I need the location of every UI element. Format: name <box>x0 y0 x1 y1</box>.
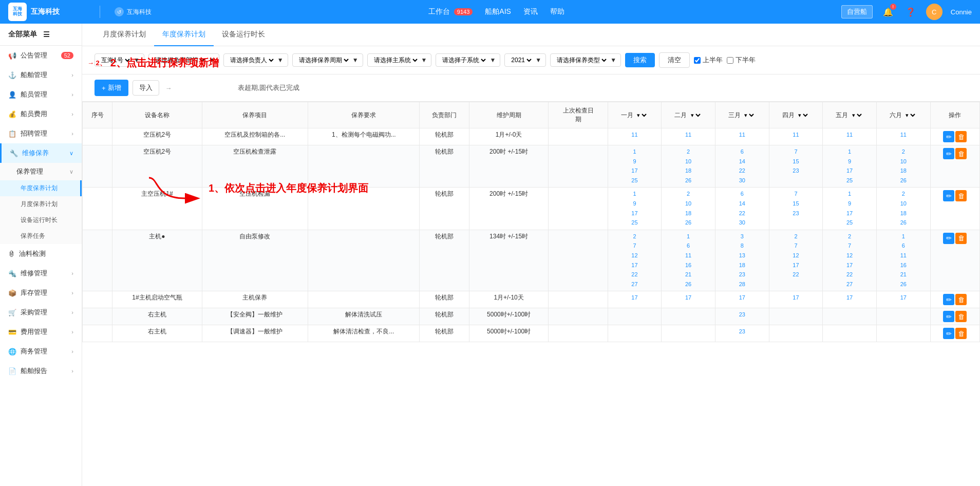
month-day-number[interactable]: 11 <box>685 130 691 140</box>
month-day-number[interactable]: 2 <box>687 147 690 157</box>
sidebar-item-crew-cost[interactable]: 💰船员费用 › <box>0 104 82 124</box>
month-day-number[interactable]: 10 <box>900 157 907 166</box>
month-day-number[interactable]: 11 <box>631 130 637 140</box>
col-jan[interactable]: 一月 ▾ <box>608 102 662 128</box>
edit-button[interactable]: ✏ <box>943 328 954 339</box>
month-day-number[interactable]: 16 <box>685 261 691 270</box>
month-day-number[interactable]: 23 <box>739 270 745 279</box>
month-day-number[interactable]: 11 <box>685 251 691 260</box>
edit-button[interactable]: ✏ <box>943 131 954 142</box>
month-day-number[interactable]: 7 <box>794 190 797 199</box>
month-day-number[interactable]: 10 <box>685 157 691 166</box>
col-jun[interactable]: 六月 ▾ <box>876 102 930 128</box>
month-day-number[interactable]: 15 <box>793 157 799 166</box>
month-day-number[interactable]: 10 <box>900 199 907 209</box>
notification-bell-icon[interactable]: 🔔 ! <box>881 5 895 19</box>
month-day-number[interactable]: 22 <box>739 209 745 218</box>
tab-annual-plan[interactable]: 年度保养计划 <box>154 24 214 46</box>
month-day-number[interactable]: 23 <box>739 327 745 337</box>
edit-button[interactable]: ✏ <box>943 148 954 159</box>
sidebar-item-cost[interactable]: 💳费用管理 › <box>0 322 82 342</box>
month-day-number[interactable]: 7 <box>794 241 797 251</box>
month-day-number[interactable]: 11 <box>793 130 799 140</box>
nav-news[interactable]: 资讯 <box>523 7 538 16</box>
month-day-number[interactable]: 18 <box>900 209 907 218</box>
sidebar-item-report[interactable]: 📄船舶报告 › <box>0 361 82 381</box>
edit-button[interactable]: ✏ <box>943 311 954 322</box>
month-day-number[interactable]: 22 <box>631 270 637 279</box>
month-day-number[interactable]: 25 <box>846 176 853 185</box>
nav-ship-ais[interactable]: 船舶AIS <box>485 7 511 16</box>
month-day-number[interactable]: 9 <box>633 199 636 209</box>
sidebar-item-oil[interactable]: 🛢油料检测 <box>0 244 82 264</box>
month-day-number[interactable]: 14 <box>739 199 745 209</box>
month-day-number[interactable]: 11 <box>739 130 745 140</box>
month-day-number[interactable]: 1 <box>848 190 851 199</box>
col-mar[interactable]: 三月 ▾ <box>715 102 769 128</box>
month-day-number[interactable]: 21 <box>900 270 907 279</box>
month-day-number[interactable]: 1 <box>848 147 851 157</box>
month-day-number[interactable]: 25 <box>631 176 637 185</box>
month-day-number[interactable]: 30 <box>739 218 745 228</box>
self-ship-button[interactable]: 自营船 <box>841 5 873 18</box>
delete-button[interactable]: 🗑 <box>955 311 967 322</box>
month-day-number[interactable]: 11 <box>900 251 907 260</box>
sidebar-item-maintain-task[interactable]: 保养任务 <box>0 228 82 244</box>
sidebar-item-repair[interactable]: 🔩维修管理 › <box>0 264 82 283</box>
month-day-number[interactable]: 7 <box>848 241 851 251</box>
add-button[interactable]: + 新增 <box>95 80 128 96</box>
year-dropdown[interactable]: 2021 <box>509 56 533 64</box>
month-day-number[interactable]: 2 <box>633 232 636 241</box>
edit-button[interactable]: ✏ <box>943 190 954 201</box>
first-half-checkbox[interactable] <box>694 57 701 64</box>
month-day-number[interactable]: 6 <box>902 241 905 251</box>
month-day-number[interactable]: 6 <box>741 147 744 157</box>
main-system-select[interactable]: 请选择主系统 ▼ <box>367 53 432 67</box>
period-select[interactable]: 请选择保养周期 ▼ <box>292 53 363 67</box>
month-day-number[interactable]: 15 <box>793 199 799 209</box>
person-dropdown[interactable]: 请选择负责人 <box>228 56 275 64</box>
month-day-number[interactable]: 12 <box>631 251 637 260</box>
month-day-number[interactable]: 26 <box>900 218 907 228</box>
month-day-number[interactable]: 9 <box>633 157 636 166</box>
period-dropdown[interactable]: 请选择保养周期 <box>297 56 350 64</box>
month-day-number[interactable]: 1 <box>633 147 636 157</box>
year-select[interactable]: 2021 ▼ <box>504 53 546 67</box>
month-day-number[interactable]: 18 <box>739 261 745 270</box>
month-day-number[interactable]: 17 <box>631 166 637 176</box>
sidebar-item-maintenance[interactable]: 🔧维修保养 ∨ <box>0 143 82 163</box>
month-day-number[interactable]: 1 <box>633 190 636 199</box>
month-day-number[interactable]: 30 <box>739 176 745 185</box>
ship-select[interactable]: 互海1号 ▼ <box>95 53 144 67</box>
col-apr[interactable]: 四月 ▾ <box>769 102 823 128</box>
person-select[interactable]: 请选择负责人 ▼ <box>223 53 288 67</box>
month-day-number[interactable]: 1 <box>687 232 690 241</box>
month-day-number[interactable]: 26 <box>900 176 907 185</box>
col-feb[interactable]: 二月 ▾ <box>662 102 715 128</box>
month-day-number[interactable]: 17 <box>631 261 637 270</box>
month-day-number[interactable]: 27 <box>631 280 637 289</box>
month-day-number[interactable]: 3 <box>741 232 744 241</box>
edit-button[interactable]: ✏ <box>943 294 954 305</box>
month-day-number[interactable]: 7 <box>794 147 797 157</box>
month-day-number[interactable]: 8 <box>741 241 744 251</box>
month-day-number[interactable]: 2 <box>687 190 690 199</box>
month-day-number[interactable]: 17 <box>846 261 853 270</box>
tab-monthly-plan[interactable]: 月度保养计划 <box>95 24 154 46</box>
month-day-number[interactable]: 1 <box>902 232 905 241</box>
month-day-number[interactable]: 9 <box>848 199 851 209</box>
month-day-number[interactable]: 21 <box>685 270 691 279</box>
month-day-number[interactable]: 27 <box>846 280 853 289</box>
month-day-number[interactable]: 23 <box>739 310 745 320</box>
month-day-number[interactable]: 26 <box>685 176 691 185</box>
col-may[interactable]: 五月 ▾ <box>823 102 877 128</box>
month-day-number[interactable]: 22 <box>739 166 745 176</box>
maintain-type-select[interactable]: 请选择保养类型 ▼ <box>550 53 621 67</box>
month-day-number[interactable]: 7 <box>633 241 636 251</box>
month-day-number[interactable]: 22 <box>846 270 853 279</box>
delete-button[interactable]: 🗑 <box>955 233 967 244</box>
month-day-number[interactable]: 23 <box>793 209 799 218</box>
month-day-number[interactable]: 2 <box>902 190 905 199</box>
sidebar-item-crew[interactable]: 👤船员管理 › <box>0 85 82 104</box>
sidebar-item-announcement[interactable]: 📢公告管理 52 <box>0 46 82 65</box>
